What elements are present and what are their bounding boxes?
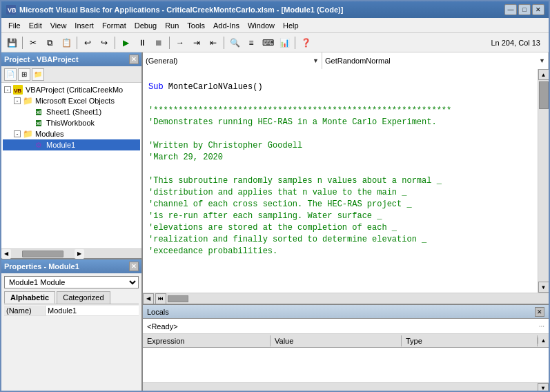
menu-window[interactable]: Window [244,20,279,31]
sep1 [22,37,23,49]
combo-row: (General) ▼ GetRandomNormal ▼ [143,52,549,69]
close-button[interactable]: ✕ [532,4,544,15]
toolbar-paste[interactable]: 📋 [59,35,74,50]
sep4 [169,37,170,49]
toolbar-copy[interactable]: ⧉ [42,35,57,50]
view-code-btn[interactable]: 📄 [4,68,17,81]
menu-tools[interactable]: Tools [183,20,209,31]
toolbar-run[interactable]: ▶ [118,35,133,50]
toolbar-save[interactable]: 💾 [4,35,19,50]
right-scrollbar[interactable]: ▲ ▼ [538,69,549,293]
expand-modules[interactable]: - [14,130,21,137]
menu-insert[interactable]: Insert [70,20,98,31]
toolbar-step-out[interactable]: ⇤ [206,35,221,50]
menu-format[interactable]: Format [98,20,130,31]
menu-edit[interactable]: Edit [25,20,46,31]
props-val-name[interactable]: Module1 [46,306,139,315]
toggle-folders-btn[interactable]: 📁 [32,68,44,81]
main-layout: Project - VBAProject ✕ 📄 ⊞ 📁 - VB [1,52,549,392]
toolbar-stop[interactable]: ⏹ [151,35,166,50]
toolbar-watch[interactable]: 🔍 [227,35,242,50]
toolbar-imm[interactable]: ⌨ [260,35,275,50]
tree-item-thisworkbook[interactable]: xl ThisWorkbook [3,117,140,128]
toolbar-step[interactable]: → [173,35,188,50]
rsb-thumb[interactable] [539,81,549,109]
locals-title: Locals [147,308,169,316]
rsb-down[interactable]: ▼ [538,282,549,293]
project-scrollbar-h[interactable]: ◀ ▶ [1,248,141,258]
project-panel-header: Project - VBAProject ✕ [1,52,141,66]
scroll-left-btn[interactable]: ◀ [1,249,11,259]
tab-alphabetic[interactable]: Alphabetic [4,291,55,304]
toolbar-locals[interactable]: ≡ [244,35,259,50]
project-panel-close[interactable]: ✕ [129,55,139,64]
tree-label-module1: Module1 [46,141,75,149]
tree-label-sheet1: Sheet1 (Sheet1) [46,108,101,116]
menu-help[interactable]: Help [279,20,303,31]
folder-icon-excel: 📁 [22,96,33,106]
left-panel: Project - VBAProject ✕ 📄 ⊞ 📁 - VB [1,52,143,392]
combo-general-arrow: ▼ [313,57,319,64]
scroll-right-btn[interactable]: ▶ [75,249,84,259]
menu-view[interactable]: View [46,20,71,31]
toolbar-pause[interactable]: ⏸ [135,35,150,50]
menu-debug[interactable]: Debug [130,20,161,31]
scrollbar-thumb[interactable] [22,251,63,257]
code-with-scrollbar: Sub MonteCarloNValues() '***************… [143,69,549,293]
workbook-icon: xl [33,118,44,128]
rsb-up[interactable]: ▲ [538,69,549,80]
properties-panel-header: Properties - Module1 ✕ [1,259,141,273]
view-object-btn[interactable]: ⊞ [18,68,30,81]
props-module-row: Module1 Module [4,276,139,288]
locals-status-dots[interactable]: ··· [539,322,544,330]
tree-item-sheet1[interactable]: xl Sheet1 (Sheet1) [3,106,140,117]
menu-addins[interactable]: Add-Ins [209,20,244,31]
expand-excel-objects[interactable]: - [14,97,21,104]
props-module-dropdown[interactable]: Module1 Module [4,276,139,288]
locals-status: <Ready> ··· [143,319,549,334]
tree-label-modules: Modules [35,130,64,138]
toolbar-step-over[interactable]: ⇥ [189,35,204,50]
combo-procedure-text: GetRandomNormal [325,57,391,65]
locals-sb-down[interactable]: ▼ [538,383,549,393]
tree-label-excel-objects: Microsoft Excel Objects [35,97,115,105]
tree-item-root[interactable]: - VB VBAProject (CriticalCreekMo [3,84,140,95]
code-scrollbar-h[interactable]: ◀ ⏮ [143,293,549,304]
code-sb-left[interactable]: ◀ [143,293,154,304]
title-bar: VB Microsoft Visual Basic for Applicatio… [1,1,549,18]
expand-root[interactable]: - [4,86,11,93]
properties-panel: Properties - Module1 ✕ Module1 Module Al… [1,259,141,392]
svg-text:VB: VB [14,88,21,94]
tree-item-modules[interactable]: - 📁 Modules [3,128,140,139]
window-controls[interactable]: — □ ✕ [504,4,544,15]
toolbar-help[interactable]: ❓ [298,35,313,50]
menu-bar: File Edit View Insert Format Debug Run T… [1,18,549,33]
locals-close[interactable]: ✕ [535,307,544,317]
locals-scrollbar[interactable]: ▼ [143,382,549,392]
status-position: Ln 204, Col 13 [491,39,546,47]
props-table: (Name) Module1 [4,306,139,316]
toolbar-undo[interactable]: ↩ [80,35,95,50]
project-panel: Project - VBAProject ✕ 📄 ⊞ 📁 - VB [1,52,141,259]
toolbar-call-stack[interactable]: 📊 [277,35,292,50]
properties-panel-close[interactable]: ✕ [129,262,139,271]
tab-categorized[interactable]: Categorized [57,291,110,304]
code-sb-btn2[interactable]: ⏮ [155,293,166,304]
combo-general[interactable]: (General) ▼ [143,52,322,69]
minimize-button[interactable]: — [504,4,517,15]
toolbar-redo[interactable]: ↪ [97,35,112,50]
menu-file[interactable]: File [4,20,25,31]
tree-label-thisworkbook: ThisWorkbook [46,119,95,127]
code-area[interactable]: Sub MonteCarloNValues() '***************… [143,69,538,293]
right-panel: (General) ▼ GetRandomNormal ▼ Sub MonteC… [143,52,549,392]
toolbar: 💾 ✂ ⧉ 📋 ↩ ↪ ▶ ⏸ ⏹ → ⇥ ⇤ 🔍 ≡ ⌨ 📊 ❓ Ln 204… [1,33,549,52]
tree-item-module1[interactable]: ⚙ Module1 [3,139,140,150]
menu-run[interactable]: Run [161,20,183,31]
tree-label-root: VBAProject (CriticalCreekMo [26,86,123,94]
toolbar-cut[interactable]: ✂ [26,35,41,50]
tree-item-excel-objects[interactable]: - 📁 Microsoft Excel Objects [3,95,140,106]
code-sb-thumb[interactable] [168,295,188,302]
maximize-button[interactable]: □ [518,4,531,15]
combo-procedure[interactable]: GetRandomNormal ▼ [322,52,549,69]
locals-col-type: Type [402,335,538,346]
